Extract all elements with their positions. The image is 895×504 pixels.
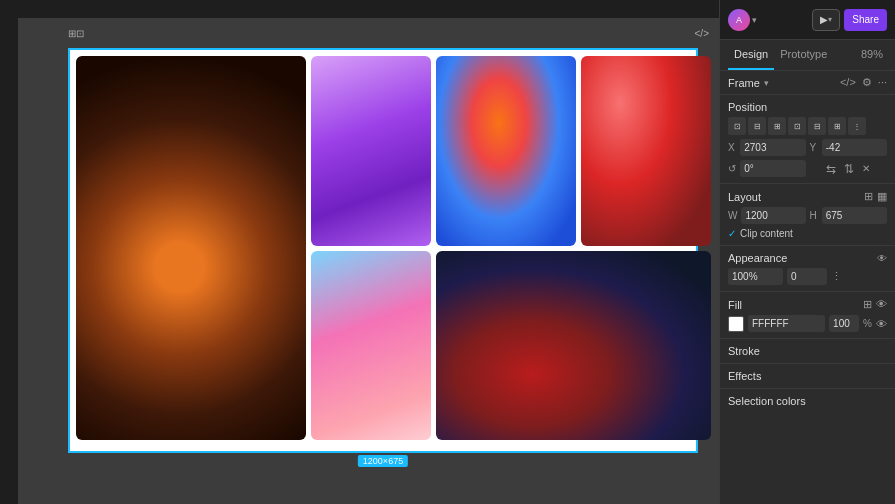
align-right-icon[interactable]: ⊞: [768, 117, 786, 135]
y-input[interactable]: [822, 139, 887, 156]
rotation-row: ↺ ⇆ ⇅ ✕: [728, 160, 887, 177]
position-section: Position ⊡ ⊟ ⊞ ⊡ ⊟ ⊞ ⋮ X Y ↺: [720, 95, 895, 184]
zoom-level: 89%: [857, 40, 887, 70]
fill-opacity-input[interactable]: [829, 315, 859, 332]
tab-bar: Design Prototype 89%: [720, 40, 895, 71]
layout-grid-icon[interactable]: ⊞: [864, 190, 873, 203]
right-panel: A ▾ ▶ ▾ Share Design Prototype 89% Frame…: [719, 0, 895, 504]
play-chevron: ▾: [828, 15, 832, 24]
height-prop: H: [810, 207, 888, 224]
eye-fill-2-icon[interactable]: 👁: [876, 318, 887, 330]
eye-fill-icon[interactable]: 👁: [876, 298, 887, 311]
play-icon: ▶: [820, 14, 828, 25]
selection-colors-title: Selection colors: [728, 395, 806, 407]
frame-right-label: </>: [695, 28, 709, 39]
fill-header: Fill ⊞ 👁: [728, 298, 887, 311]
tab-prototype[interactable]: Prototype: [774, 40, 833, 70]
rotation-prop: ↺: [728, 160, 806, 177]
percent-label: %: [863, 318, 872, 329]
size-inputs: W H: [728, 207, 887, 224]
x-prop: X: [728, 139, 806, 156]
y-prop: Y: [810, 139, 888, 156]
x-input[interactable]: [740, 139, 805, 156]
eye-icon[interactable]: 👁: [877, 253, 887, 264]
stroke-section: Stroke: [720, 339, 895, 364]
more-appearance-icon[interactable]: ⋮: [831, 270, 842, 283]
h-label: H: [810, 210, 818, 221]
frame-label: Frame: [728, 77, 760, 89]
top-ruler: [0, 0, 719, 18]
clip-content-label: Clip content: [740, 228, 793, 239]
canvas-area[interactable]: ⊞⊡ </> 1200×675: [0, 0, 719, 504]
flip-v-icon[interactable]: ⇅: [844, 162, 854, 176]
share-button[interactable]: Share: [844, 9, 887, 31]
image-8: [436, 251, 711, 441]
width-input[interactable]: [741, 207, 805, 224]
appearance-section: Appearance 👁 ⋮: [720, 246, 895, 292]
image-1: [76, 56, 306, 440]
stroke-title: Stroke: [728, 345, 760, 357]
header-actions: ▶ ▾ Share: [812, 9, 887, 31]
layout-icons: ⊞ ▦: [864, 190, 887, 203]
y-label: Y: [810, 142, 818, 153]
layout-cols-icon[interactable]: ▦: [877, 190, 887, 203]
frame-row: Frame ▾ </> ⚙ ···: [720, 71, 895, 95]
design-frame: 1200×675: [68, 48, 698, 453]
image-6: [311, 251, 431, 441]
flip-h-icon[interactable]: ⇆: [826, 162, 836, 176]
layout-section: Layout ⊞ ▦ W H ✓ Clip content: [720, 184, 895, 246]
fill-icons: ⊞ 👁: [863, 298, 887, 311]
width-prop: W: [728, 207, 806, 224]
code-view-icon[interactable]: </>: [840, 76, 856, 89]
frame-chevron: ▾: [764, 78, 769, 88]
avatar-initials: A: [736, 15, 742, 25]
image-4: [581, 56, 711, 246]
close-icon[interactable]: ✕: [862, 163, 870, 174]
canvas-content[interactable]: ⊞⊡ </> 1200×675: [18, 18, 719, 504]
flip-prop: ⇆ ⇅ ✕: [810, 160, 888, 177]
align-icons: ⊡ ⊟ ⊞ ⊡ ⊟ ⊞ ⋮: [728, 117, 887, 135]
distribute-icon[interactable]: ⋮: [848, 117, 866, 135]
x-label: X: [728, 142, 736, 153]
selection-colors-section: Selection colors: [720, 389, 895, 413]
play-button[interactable]: ▶ ▾: [812, 9, 840, 31]
more-icon[interactable]: ···: [878, 76, 887, 89]
effects-title: Effects: [728, 370, 761, 382]
rotation-input[interactable]: [740, 160, 805, 177]
blur-input[interactable]: [787, 268, 827, 285]
fill-section: Fill ⊞ 👁 % 👁: [720, 292, 895, 339]
align-top-icon[interactable]: ⊡: [788, 117, 806, 135]
layout-title: Layout: [728, 191, 761, 203]
height-input[interactable]: [822, 207, 887, 224]
panel-header: A ▾ ▶ ▾ Share: [720, 0, 895, 40]
avatar-section[interactable]: A ▾: [728, 9, 757, 31]
position-title: Position: [728, 101, 767, 113]
fill-hex-input[interactable]: [748, 315, 825, 332]
align-center-h-icon[interactable]: ⊟: [748, 117, 766, 135]
appearance-header: Appearance 👁: [728, 252, 887, 264]
fill-title: Fill: [728, 299, 742, 311]
code-icon: </>: [695, 28, 709, 39]
position-inputs: X Y: [728, 139, 887, 156]
avatar-chevron: ▾: [752, 15, 757, 25]
check-icon: ✓: [728, 228, 736, 239]
effects-section: Effects: [720, 364, 895, 389]
tab-design[interactable]: Design: [728, 40, 774, 70]
image-3: [436, 56, 576, 246]
opacity-input[interactable]: [728, 268, 783, 285]
fill-grid-icon[interactable]: ⊞: [863, 298, 872, 311]
rotation-icon: ↺: [728, 163, 736, 174]
align-bottom-icon[interactable]: ⊞: [828, 117, 846, 135]
align-left-icon[interactable]: ⊡: [728, 117, 746, 135]
settings-icon[interactable]: ⚙: [862, 76, 872, 89]
frame-title: Frame ▾: [728, 77, 769, 89]
frame-top-label: ⊞⊡: [68, 28, 84, 39]
align-center-v-icon[interactable]: ⊟: [808, 117, 826, 135]
fill-row: % 👁: [728, 315, 887, 332]
fill-color-swatch[interactable]: [728, 316, 744, 332]
avatar[interactable]: A: [728, 9, 750, 31]
frame-icon: ⊞⊡: [68, 28, 84, 39]
image-2: [311, 56, 431, 246]
layout-header: Layout ⊞ ▦: [728, 190, 887, 203]
left-ruler: [0, 18, 18, 504]
